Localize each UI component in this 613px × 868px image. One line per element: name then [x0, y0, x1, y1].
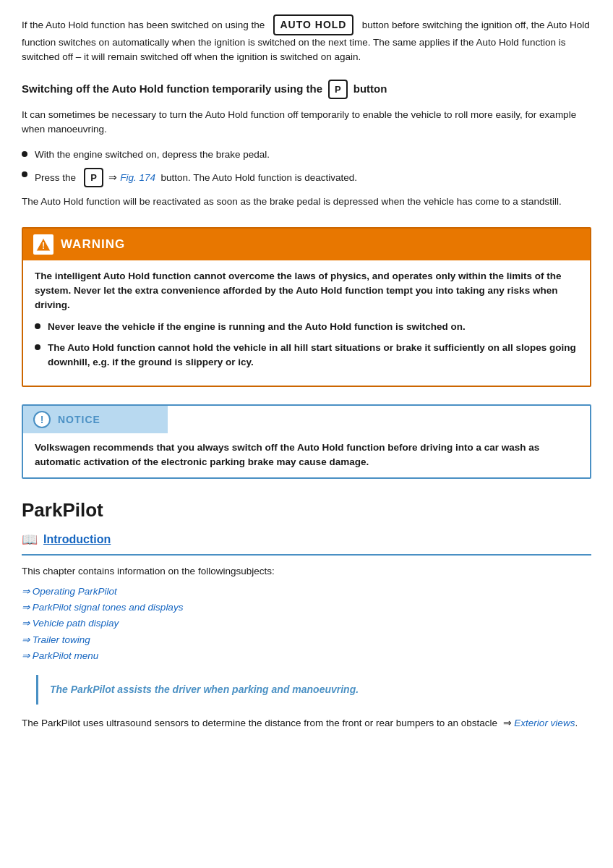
book-icon: 📖	[22, 530, 38, 550]
switching-off-heading: Switching off the Auto Hold function tem…	[22, 80, 591, 100]
p-button-badge-heading: P	[328, 80, 348, 100]
warning-bullet-text-1: Never leave the vehicle if the engine is…	[48, 320, 466, 334]
warning-triangle-icon: !	[35, 237, 51, 252]
link-item-3[interactable]: ⇒ Vehicle path display	[22, 616, 591, 631]
bullet-text-2: Press the P ⇒ Fig. 174 button. The Auto …	[35, 168, 357, 188]
warning-box: ! WARNING The intelligent Auto Hold func…	[22, 227, 591, 388]
parkpilot-main-title: ParkPilot	[22, 496, 591, 524]
switching-off-bullets: With the engine switched on, depress the…	[22, 148, 591, 188]
parkpilot-link-list: ⇒ Operating ParkPilot ⇒ ParkPilot signal…	[22, 584, 591, 663]
warning-bullet-dot-1	[35, 323, 40, 329]
warning-bullet-text-2: The Auto Hold function cannot hold the v…	[48, 341, 578, 370]
notice-body-text: Volkswagen recommends that you always sw…	[35, 441, 578, 470]
warning-bullet-dot-2	[35, 344, 40, 350]
parkpilot-sub-heading-text: Introduction	[43, 531, 111, 548]
bullet-item-2: Press the P ⇒ Fig. 174 button. The Auto …	[22, 168, 591, 188]
arrow-5: ⇒	[22, 650, 33, 661]
svg-text:!: !	[42, 241, 45, 251]
chapter-intro: This chapter contains information on the…	[22, 564, 591, 579]
heading-suffix-text: button	[353, 81, 387, 98]
notice-icon: !	[33, 411, 51, 428]
warning-title: WARNING	[61, 235, 125, 254]
parkpilot-highlight: The ParkPilot assists the driver when pa…	[36, 675, 591, 705]
p-button-badge-press: P	[84, 168, 103, 188]
auto-hold-badge: AUTO HOLD	[273, 14, 354, 35]
link-trailer-towing[interactable]: Trailer towing	[33, 634, 90, 645]
reactivation-text: The Auto Hold function will be reactivat…	[22, 195, 591, 209]
link-parkpilot-menu[interactable]: ParkPilot menu	[33, 650, 99, 661]
press-suffix: button. The Auto Hold function is deacti…	[161, 172, 357, 183]
arrow-1: ⇒	[22, 586, 33, 597]
press-prefix: Press the	[35, 172, 76, 183]
notice-title: NOTICE	[58, 412, 100, 427]
warning-body-text: The intelligent Auto Hold function canno…	[35, 269, 578, 313]
arrow-3: ⇒	[22, 618, 33, 629]
link-item-2[interactable]: ⇒ ParkPilot signal tones and displays	[22, 600, 591, 615]
arrow-4: ⇒	[22, 634, 33, 645]
notice-body: Volkswagen recommends that you always sw…	[23, 433, 590, 477]
bullet-item-1: With the engine switched on, depress the…	[22, 148, 591, 162]
link-item-1[interactable]: ⇒ Operating ParkPilot	[22, 584, 591, 599]
intro-text-before: If the Auto Hold function has been switc…	[22, 20, 265, 30]
warning-bullet-1: Never leave the vehicle if the engine is…	[35, 320, 578, 334]
link-item-4[interactable]: ⇒ Trailer towing	[22, 633, 591, 647]
switching-off-description: It can sometimes be necessary to turn th…	[22, 108, 591, 137]
warning-icon: !	[33, 234, 53, 255]
intro-paragraph: If the Auto Hold function has been switc…	[22, 14, 591, 65]
bullet-text-1: With the engine switched on, depress the…	[35, 148, 270, 162]
parkpilot-sub-heading: 📖 Introduction	[22, 530, 591, 556]
final-text-prefix: The ParkPilot uses ultrasound sensors to…	[22, 718, 497, 728]
link-item-5[interactable]: ⇒ ParkPilot menu	[22, 649, 591, 663]
bullet-dot-2	[22, 171, 27, 177]
link-operating[interactable]: Operating ParkPilot	[33, 586, 117, 597]
fig-174-link[interactable]: Fig. 174	[120, 172, 155, 183]
arrow-2: ⇒	[22, 602, 33, 613]
bullet-dot-1	[22, 151, 27, 157]
link-vehicle-path[interactable]: Vehicle path display	[33, 618, 119, 629]
warning-header: ! WARNING	[23, 229, 590, 260]
exterior-views-link[interactable]: Exterior views	[514, 718, 575, 728]
notice-header: ! NOTICE	[23, 406, 168, 433]
heading-prefix-text: Switching off the Auto Hold function tem…	[22, 81, 322, 98]
parkpilot-final-text: The ParkPilot uses ultrasound sensors to…	[22, 716, 591, 731]
link-signal-tones[interactable]: ParkPilot signal tones and displays	[33, 602, 184, 613]
warning-bullet-2: The Auto Hold function cannot hold the v…	[35, 341, 578, 370]
warning-body: The intelligent Auto Hold function canno…	[23, 260, 590, 386]
warning-bullets: Never leave the vehicle if the engine is…	[35, 320, 578, 370]
notice-box: ! NOTICE Volkswagen recommends that you …	[22, 404, 591, 479]
